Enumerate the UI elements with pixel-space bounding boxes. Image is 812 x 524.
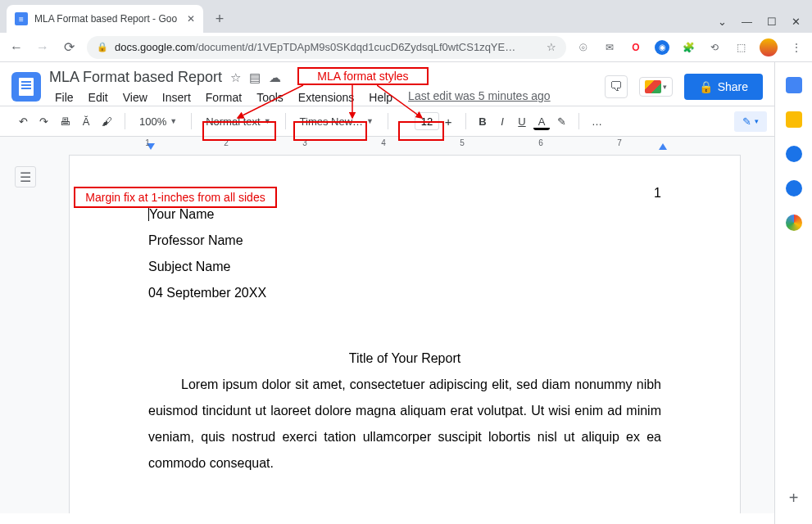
doc-body-paragraph: Lorem ipsum dolor sit amet, consectetuer…	[148, 372, 661, 477]
keep-icon[interactable]	[786, 111, 802, 128]
mail-icon[interactable]: ✉	[602, 40, 617, 55]
doc-line-name: Your Name	[149, 207, 214, 221]
menu-edit[interactable]: Edit	[83, 89, 114, 106]
highlight-font-box	[293, 121, 367, 141]
text-color-button[interactable]: A	[533, 112, 550, 130]
opera-icon[interactable]: O	[628, 40, 643, 55]
maps-icon[interactable]	[786, 215, 802, 231]
highlight-fontsize-box	[398, 121, 444, 141]
menu-bar: File Edit View Insert Format Tools Exten…	[49, 89, 597, 106]
meet-button[interactable]: ▾	[639, 77, 673, 97]
profile-avatar[interactable]	[760, 38, 778, 56]
close-tab-icon[interactable]: ✕	[187, 13, 195, 25]
add-addon-icon[interactable]: +	[789, 489, 799, 508]
editing-mode-button[interactable]: ✎ ▾	[734, 111, 767, 132]
url-text: docs.google.com/document/d/1VEpTDApM9s0S…	[115, 41, 540, 53]
maximize-icon[interactable]: ☐	[767, 16, 777, 28]
arrow-to-size	[377, 85, 442, 121]
right-indent-marker[interactable]	[659, 143, 667, 150]
share-button[interactable]: 🔒Share	[684, 74, 763, 100]
browser-tab[interactable]: ≡ MLA Format based Report - Goo ✕	[7, 5, 203, 33]
paint-format-button[interactable]: 🖌	[98, 112, 116, 131]
comments-icon[interactable]: 🗨	[605, 75, 628, 98]
bold-button[interactable]: B	[474, 112, 491, 131]
sync-icon[interactable]: ⟲	[707, 40, 722, 55]
lock-icon: 🔒	[97, 42, 108, 52]
tab-title: MLA Format based Report - Goo	[34, 13, 177, 25]
translate-icon[interactable]: ⦾	[576, 40, 591, 55]
doc-line-subject: Subject Name	[148, 254, 661, 280]
menu-file[interactable]: File	[49, 89, 79, 106]
lock-share-icon: 🔒	[699, 80, 713, 93]
star-icon[interactable]: ☆	[547, 41, 556, 53]
cloud-status-icon[interactable]: ☁	[269, 70, 281, 85]
menu-insert[interactable]: Insert	[157, 89, 197, 106]
move-doc-icon[interactable]: ▤	[249, 70, 261, 85]
extension-icon[interactable]: 🧩	[681, 40, 696, 55]
doc-line-date: 04 September 20XX	[148, 280, 661, 306]
redo-button[interactable]: ↷	[35, 112, 52, 131]
annotation-styles-box: MLA format styles	[297, 67, 429, 85]
arrow-to-font	[344, 85, 361, 121]
close-window-icon[interactable]: ✕	[792, 16, 801, 28]
new-tab-button[interactable]: +	[208, 7, 231, 30]
zoom-dropdown[interactable]: 100%▼	[134, 113, 183, 130]
star-doc-icon[interactable]: ☆	[230, 70, 241, 85]
minimize-icon[interactable]: ―	[742, 16, 752, 28]
reload-button[interactable]: ⟳	[61, 39, 77, 55]
tasks-icon[interactable]	[786, 146, 802, 162]
spellcheck-button[interactable]: Ă	[78, 112, 94, 131]
shield-icon[interactable]: ◉	[655, 40, 669, 55]
menu-dots-icon[interactable]: ⋮	[789, 40, 804, 55]
doc-report-title: Title of Your Report	[148, 346, 661, 372]
underline-button[interactable]: U	[514, 112, 530, 131]
annotation-margin-box: Margin fix at 1-inches from all sides	[74, 187, 277, 208]
highlight-button[interactable]: ✎	[553, 112, 570, 131]
outline-toggle-icon[interactable]: ☰	[15, 166, 36, 187]
download-icon[interactable]: ⬚	[733, 40, 748, 55]
highlight-style-box	[202, 121, 276, 141]
back-button[interactable]: ←	[8, 40, 25, 55]
menu-view[interactable]: View	[117, 89, 153, 106]
print-button[interactable]: 🖶	[56, 112, 75, 131]
svg-line-0	[238, 85, 303, 118]
chevron-down-icon[interactable]: ⌄	[718, 16, 727, 28]
svg-line-2	[377, 85, 422, 118]
address-bar[interactable]: 🔒 docs.google.com/document/d/1VEpTDApM9s…	[87, 36, 566, 59]
forward-button: →	[34, 40, 51, 55]
docs-logo[interactable]	[11, 72, 41, 102]
docs-favicon: ≡	[15, 12, 28, 25]
doc-line-professor: Professor Name	[148, 228, 661, 254]
document-title[interactable]: MLA Format based Report	[49, 69, 222, 86]
contacts-icon[interactable]	[786, 180, 802, 196]
more-tools-button[interactable]: …	[587, 112, 606, 131]
document-page[interactable]: 1 Your Name Professor Name Subject Name …	[69, 155, 741, 513]
page-number: 1	[654, 180, 661, 206]
calendar-icon[interactable]	[786, 77, 802, 93]
italic-button[interactable]: I	[494, 112, 510, 131]
arrow-to-style	[229, 85, 311, 121]
undo-button[interactable]: ↶	[15, 112, 32, 131]
